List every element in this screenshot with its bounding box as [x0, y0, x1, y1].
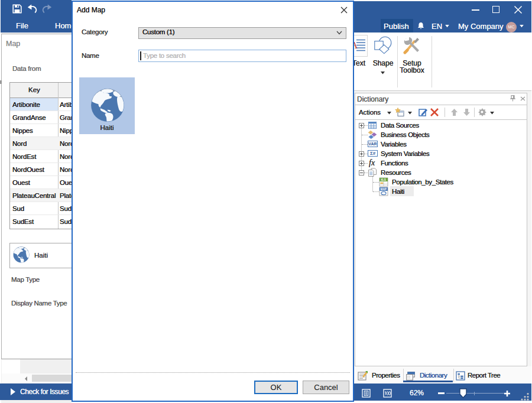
svg-text:MAP: MAP: [381, 188, 387, 191]
svg-text:XLS: XLS: [381, 178, 386, 181]
